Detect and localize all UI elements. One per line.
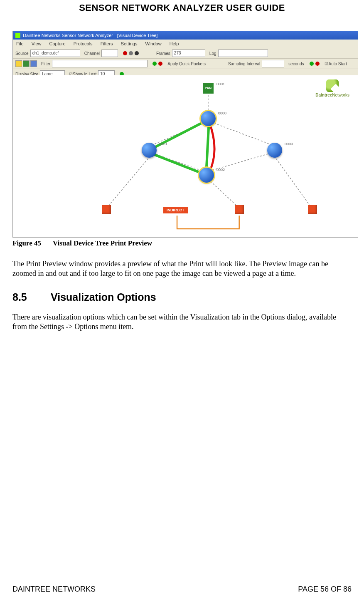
figure-caption-text: Visual Device Tree Print Preview	[53, 239, 152, 247]
sampling-field[interactable]	[262, 60, 284, 67]
node-end-1	[102, 205, 111, 214]
label-0003: 0003	[285, 142, 293, 146]
indirect-badge: INDIRECT	[163, 207, 188, 213]
x-icon[interactable]	[315, 62, 320, 66]
app-icon	[15, 33, 20, 38]
figure-number: Figure 45	[12, 239, 41, 247]
menu-view[interactable]: View	[32, 41, 42, 46]
node-router-left	[142, 143, 157, 158]
node-coordinator	[201, 111, 216, 126]
page-footer: DAINTREE NETWORKS PAGE 56 OF 86	[12, 585, 352, 594]
figure-caption: Figure 45Visual Device Tree Print Previe…	[12, 239, 352, 248]
clear-icon[interactable]	[158, 62, 162, 66]
toolbar-row-2: Filter Apply Quick Packets Sampling Inte…	[13, 59, 358, 69]
autostart-label: Auto Start	[328, 62, 347, 66]
node-pan-label: 0001	[216, 82, 225, 86]
pan-icon: PAN	[203, 83, 214, 94]
node-pan: PAN	[203, 83, 214, 94]
open-icon[interactable]	[15, 60, 22, 67]
paragraph-2: There are visualization options which ca…	[12, 312, 352, 332]
section-title: Visualization Options	[51, 291, 156, 303]
filter-label: Filter	[41, 62, 50, 66]
seconds-label: seconds	[288, 62, 304, 66]
log-field[interactable]	[218, 50, 268, 57]
record-icon[interactable]	[123, 51, 127, 55]
preview-canvas: DaintreeNetworks	[13, 75, 358, 237]
label-0001: 0001	[159, 142, 167, 146]
menu-bar: File View Capture Protocols Filters Sett…	[13, 40, 358, 48]
svg-line-9	[151, 154, 204, 174]
pause-icon[interactable]	[129, 51, 133, 55]
autostart-checkbox[interactable]: ☑	[325, 62, 328, 66]
menu-protocols[interactable]: Protocols	[74, 41, 93, 46]
channel-field[interactable]	[101, 50, 118, 57]
menu-file[interactable]: File	[16, 41, 24, 46]
menu-window[interactable]: Window	[145, 41, 161, 46]
log-label: Log	[209, 51, 216, 56]
stop-icon[interactable]	[135, 51, 139, 55]
svg-line-2	[208, 121, 275, 146]
figure-screenshot: Daintree Networks Sensor Network Analyze…	[12, 31, 358, 238]
apply-quick-label[interactable]: Apply Quick Packets	[167, 62, 206, 66]
footer-page-number: PAGE 56 OF 86	[298, 585, 352, 594]
page-title: SENSOR NETWORK ANALYZER USER GUIDE	[12, 0, 352, 13]
svg-line-5	[106, 156, 150, 208]
section-heading: 8.5Visualization Options	[12, 291, 352, 303]
menu-filters[interactable]: Filters	[101, 41, 113, 46]
check-icon[interactable]	[310, 62, 314, 66]
frames-field: 273	[172, 50, 205, 57]
paragraph-1: The Print Preview window provides a prev…	[12, 259, 352, 279]
menu-capture[interactable]: Capture	[49, 41, 66, 46]
source-field[interactable]: dn1_demo.dcf	[30, 50, 80, 57]
channel-label: Channel	[84, 51, 100, 56]
svg-line-7	[274, 156, 312, 208]
menu-settings[interactable]: Settings	[121, 41, 138, 46]
node-router-right	[267, 143, 282, 158]
source-label: Source	[15, 51, 29, 56]
node-end-2	[235, 205, 244, 214]
footer-company: DAINTREE NETWORKS	[12, 585, 96, 594]
filter-field[interactable]	[52, 60, 148, 67]
label-0002: 0002	[216, 168, 225, 172]
sampling-label: Sampling Interval	[228, 62, 260, 66]
window-titlebar: Daintree Networks Sensor Network Analyze…	[13, 31, 358, 40]
menu-help[interactable]: Help	[170, 41, 179, 46]
label-0000: 0000	[218, 111, 226, 115]
play-icon[interactable]	[23, 60, 30, 67]
toolbar-row-1: Source dn1_demo.dcf Channel Frames 273 L…	[13, 48, 358, 59]
frames-label: Frames	[156, 51, 170, 56]
node-router-mid	[199, 168, 214, 183]
svg-line-6	[208, 179, 239, 208]
save-icon[interactable]	[30, 60, 37, 67]
node-end-3	[308, 205, 317, 214]
apply-icon[interactable]	[152, 62, 157, 66]
section-number: 8.5	[12, 291, 51, 303]
window-title: Daintree Networks Sensor Network Analyze…	[23, 31, 157, 40]
